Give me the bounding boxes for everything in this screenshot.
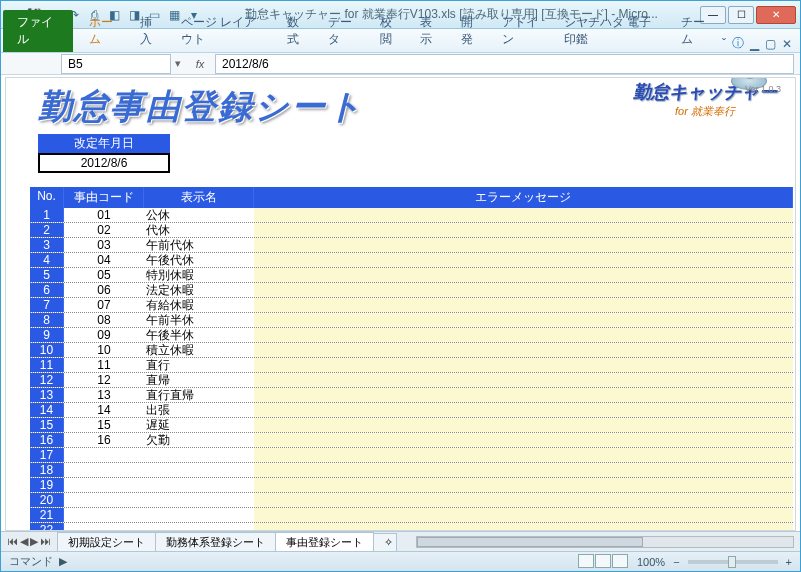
cell-code[interactable]: 11 bbox=[64, 358, 144, 372]
tab-team[interactable]: チーム bbox=[671, 10, 722, 52]
zoom-slider[interactable] bbox=[688, 560, 778, 564]
zoom-out-icon[interactable]: − bbox=[673, 556, 679, 568]
cell-error[interactable] bbox=[254, 253, 793, 267]
table-row[interactable]: 1414出張 bbox=[30, 403, 793, 418]
tab-nav-prev-icon[interactable]: ◀ bbox=[20, 535, 28, 548]
cell-name[interactable]: 積立休暇 bbox=[144, 343, 254, 357]
cell-name[interactable]: 直行直帰 bbox=[144, 388, 254, 402]
cell-name[interactable]: 午前半休 bbox=[144, 313, 254, 327]
cell-error[interactable] bbox=[254, 388, 793, 402]
scrollbar-thumb[interactable] bbox=[417, 537, 643, 547]
sheet-tab-new[interactable]: ✧ bbox=[373, 533, 397, 551]
cell-code[interactable]: 13 bbox=[64, 388, 144, 402]
sheet-tab-reason[interactable]: 事由登録シート bbox=[275, 532, 374, 552]
cell-code[interactable]: 16 bbox=[64, 433, 144, 447]
revdate-cell[interactable]: 2012/8/6 bbox=[38, 153, 170, 173]
table-row[interactable]: 909午後半休 bbox=[30, 328, 793, 343]
status-macro-icon[interactable]: ▶ bbox=[59, 555, 67, 568]
table-row[interactable]: 1515遅延 bbox=[30, 418, 793, 433]
cell-error[interactable] bbox=[254, 208, 793, 222]
tab-insert[interactable]: 挿入 bbox=[130, 10, 171, 52]
cell-code[interactable] bbox=[64, 463, 144, 477]
cell-error[interactable] bbox=[254, 433, 793, 447]
sheet-tab-shift[interactable]: 勤務体系登録シート bbox=[155, 532, 276, 552]
table-row[interactable]: 707有給休暇 bbox=[30, 298, 793, 313]
ribbon-collapse-icon[interactable]: ˇ bbox=[722, 37, 726, 51]
cell-name[interactable]: 公休 bbox=[144, 208, 254, 222]
cell-code[interactable]: 10 bbox=[64, 343, 144, 357]
table-row[interactable]: 1111直行 bbox=[30, 358, 793, 373]
cell-name[interactable]: 直行 bbox=[144, 358, 254, 372]
sheet-tab-initial[interactable]: 初期設定シート bbox=[57, 532, 156, 552]
tab-addin[interactable]: アドイン bbox=[492, 10, 554, 52]
table-row[interactable]: 606法定休暇 bbox=[30, 283, 793, 298]
maximize-button[interactable]: ☐ bbox=[728, 6, 754, 24]
cell-error[interactable] bbox=[254, 268, 793, 282]
cell-error[interactable] bbox=[254, 508, 793, 522]
tab-dev[interactable]: 開発 bbox=[451, 10, 492, 52]
cell-code[interactable]: 09 bbox=[64, 328, 144, 342]
cell-error[interactable] bbox=[254, 328, 793, 342]
cell-name[interactable]: 直帰 bbox=[144, 373, 254, 387]
doc-close-icon[interactable]: ✕ bbox=[782, 37, 792, 51]
cell-error[interactable] bbox=[254, 403, 793, 417]
table-row[interactable]: 404午後代休 bbox=[30, 253, 793, 268]
cell-code[interactable]: 15 bbox=[64, 418, 144, 432]
tab-nav-last-icon[interactable]: ⏭ bbox=[40, 535, 51, 548]
cell-name[interactable] bbox=[144, 493, 254, 507]
cell-error[interactable] bbox=[254, 463, 793, 477]
cell-error[interactable] bbox=[254, 343, 793, 357]
cell-name[interactable]: 出張 bbox=[144, 403, 254, 417]
table-row[interactable]: 303午前代休 bbox=[30, 238, 793, 253]
zoom-in-icon[interactable]: + bbox=[786, 556, 792, 568]
cell-error[interactable] bbox=[254, 418, 793, 432]
table-row[interactable]: 17 bbox=[30, 448, 793, 463]
cell-name[interactable]: 欠勤 bbox=[144, 433, 254, 447]
cell-error[interactable] bbox=[254, 373, 793, 387]
cell-code[interactable]: 07 bbox=[64, 298, 144, 312]
cell-code[interactable] bbox=[64, 478, 144, 492]
tab-home[interactable]: ホーム bbox=[79, 10, 130, 52]
cell-error[interactable] bbox=[254, 298, 793, 312]
cell-code[interactable] bbox=[64, 448, 144, 462]
cell-code[interactable]: 04 bbox=[64, 253, 144, 267]
cell-name[interactable] bbox=[144, 448, 254, 462]
cell-code[interactable]: 03 bbox=[64, 238, 144, 252]
cell-error[interactable] bbox=[254, 223, 793, 237]
cell-error[interactable] bbox=[254, 448, 793, 462]
table-row[interactable]: 1010積立休暇 bbox=[30, 343, 793, 358]
cell-error[interactable] bbox=[254, 313, 793, 327]
cell-code[interactable] bbox=[64, 493, 144, 507]
cell-code[interactable]: 01 bbox=[64, 208, 144, 222]
table-row[interactable]: 21 bbox=[30, 508, 793, 523]
cell-code[interactable] bbox=[64, 523, 144, 531]
cell-name[interactable]: 有給休暇 bbox=[144, 298, 254, 312]
cell-code[interactable]: 08 bbox=[64, 313, 144, 327]
cell-code[interactable]: 14 bbox=[64, 403, 144, 417]
namebox-dropdown-icon[interactable]: ▾ bbox=[171, 57, 185, 70]
cell-name[interactable]: 代休 bbox=[144, 223, 254, 237]
cell-name[interactable]: 午後代休 bbox=[144, 253, 254, 267]
cell-error[interactable] bbox=[254, 493, 793, 507]
file-tab[interactable]: ファイル bbox=[3, 10, 73, 52]
worksheet-area[interactable]: Ver 1.0.3 勤怠キャッチャー for 就業奉行 勤怠事由登録シート 改定… bbox=[5, 77, 796, 531]
cell-name[interactable] bbox=[144, 478, 254, 492]
table-row[interactable]: 20 bbox=[30, 493, 793, 508]
cell-code[interactable]: 12 bbox=[64, 373, 144, 387]
table-row[interactable]: 101公休 bbox=[30, 208, 793, 223]
table-row[interactable]: 505特別休暇 bbox=[30, 268, 793, 283]
view-buttons[interactable] bbox=[578, 554, 629, 570]
table-row[interactable]: 1616欠勤 bbox=[30, 433, 793, 448]
cell-name[interactable]: 遅延 bbox=[144, 418, 254, 432]
tab-nav-first-icon[interactable]: ⏮ bbox=[7, 535, 18, 548]
table-row[interactable]: 1212直帰 bbox=[30, 373, 793, 388]
cell-error[interactable] bbox=[254, 358, 793, 372]
doc-minimize-icon[interactable]: ▁ bbox=[750, 37, 759, 51]
cell-name[interactable] bbox=[144, 523, 254, 531]
cell-error[interactable] bbox=[254, 238, 793, 252]
cell-code[interactable]: 06 bbox=[64, 283, 144, 297]
fx-icon[interactable]: fx bbox=[185, 58, 215, 70]
tab-data[interactable]: データ bbox=[318, 10, 369, 52]
tab-stamp[interactable]: シヤチハタ 電子印鑑 bbox=[554, 10, 671, 52]
horizontal-scrollbar[interactable] bbox=[416, 536, 794, 548]
